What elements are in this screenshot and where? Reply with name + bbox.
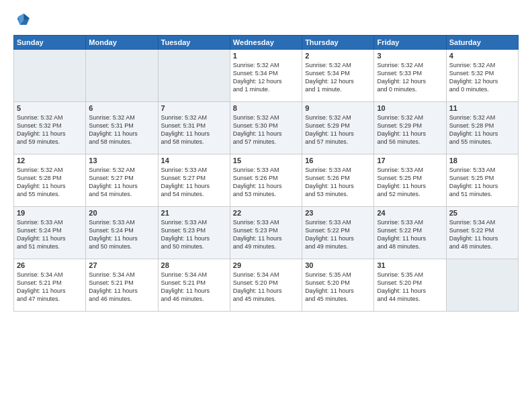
calendar-cell: 30Sunrise: 5:35 AMSunset: 5:20 PMDayligh… bbox=[302, 259, 374, 312]
calendar-cell: 24Sunrise: 5:33 AMSunset: 5:22 PMDayligh… bbox=[374, 207, 446, 259]
weekday-header-thursday: Thursday bbox=[302, 36, 374, 50]
calendar-cell bbox=[86, 50, 158, 102]
calendar-cell: 31Sunrise: 5:35 AMSunset: 5:20 PMDayligh… bbox=[374, 259, 446, 312]
calendar-cell: 16Sunrise: 5:33 AMSunset: 5:26 PMDayligh… bbox=[302, 154, 374, 207]
day-number: 14 bbox=[161, 156, 227, 165]
day-number: 20 bbox=[89, 209, 154, 217]
calendar-cell: 28Sunrise: 5:34 AMSunset: 5:21 PMDayligh… bbox=[158, 259, 230, 312]
logo-icon bbox=[13, 11, 32, 30]
day-number: 7 bbox=[161, 104, 227, 112]
cell-content: Sunrise: 5:32 AMSunset: 5:33 PMDaylight:… bbox=[377, 61, 443, 94]
cell-content: Sunrise: 5:34 AMSunset: 5:21 PMDaylight:… bbox=[161, 271, 227, 304]
calendar-cell: 5Sunrise: 5:32 AMSunset: 5:32 PMDaylight… bbox=[14, 102, 86, 154]
calendar-cell: 10Sunrise: 5:32 AMSunset: 5:29 PMDayligh… bbox=[374, 102, 446, 154]
weekday-header-sunday: Sunday bbox=[14, 36, 86, 50]
week-row-2: 5Sunrise: 5:32 AMSunset: 5:32 PMDaylight… bbox=[14, 102, 519, 154]
calendar-cell: 13Sunrise: 5:32 AMSunset: 5:27 PMDayligh… bbox=[86, 154, 158, 207]
weekday-header-tuesday: Tuesday bbox=[158, 36, 230, 50]
day-number: 28 bbox=[161, 261, 227, 269]
cell-content: Sunrise: 5:32 AMSunset: 5:30 PMDaylight:… bbox=[233, 113, 299, 146]
day-number: 21 bbox=[161, 209, 227, 217]
calendar-cell: 7Sunrise: 5:32 AMSunset: 5:31 PMDaylight… bbox=[158, 102, 230, 154]
cell-content: Sunrise: 5:32 AMSunset: 5:27 PMDaylight:… bbox=[89, 166, 154, 199]
cell-content: Sunrise: 5:33 AMSunset: 5:22 PMDaylight:… bbox=[377, 218, 443, 251]
cell-content: Sunrise: 5:35 AMSunset: 5:20 PMDaylight:… bbox=[377, 271, 443, 304]
day-number: 12 bbox=[17, 156, 83, 165]
calendar-cell: 6Sunrise: 5:32 AMSunset: 5:31 PMDaylight… bbox=[86, 102, 158, 154]
cell-content: Sunrise: 5:32 AMSunset: 5:32 PMDaylight:… bbox=[449, 61, 515, 94]
calendar-cell: 1Sunrise: 5:32 AMSunset: 5:34 PMDaylight… bbox=[230, 50, 302, 102]
calendar-cell: 26Sunrise: 5:34 AMSunset: 5:21 PMDayligh… bbox=[14, 259, 86, 312]
cell-content: Sunrise: 5:32 AMSunset: 5:29 PMDaylight:… bbox=[305, 113, 371, 146]
calendar-cell: 12Sunrise: 5:32 AMSunset: 5:28 PMDayligh… bbox=[14, 154, 86, 207]
day-number: 9 bbox=[305, 104, 371, 112]
day-number: 3 bbox=[377, 52, 443, 60]
calendar-cell: 25Sunrise: 5:34 AMSunset: 5:22 PMDayligh… bbox=[446, 207, 518, 259]
calendar-cell: 17Sunrise: 5:33 AMSunset: 5:25 PMDayligh… bbox=[374, 154, 446, 207]
day-number: 26 bbox=[17, 261, 83, 269]
day-number: 25 bbox=[449, 209, 515, 217]
day-number: 6 bbox=[89, 104, 154, 112]
day-number: 24 bbox=[377, 209, 443, 217]
week-row-1: 1Sunrise: 5:32 AMSunset: 5:34 PMDaylight… bbox=[14, 50, 519, 102]
day-number: 15 bbox=[233, 156, 299, 165]
cell-content: Sunrise: 5:33 AMSunset: 5:24 PMDaylight:… bbox=[89, 218, 154, 251]
day-number: 8 bbox=[233, 104, 299, 112]
cell-content: Sunrise: 5:33 AMSunset: 5:24 PMDaylight:… bbox=[17, 218, 83, 251]
cell-content: Sunrise: 5:34 AMSunset: 5:22 PMDaylight:… bbox=[449, 218, 515, 251]
cell-content: Sunrise: 5:32 AMSunset: 5:31 PMDaylight:… bbox=[161, 113, 227, 146]
day-number: 1 bbox=[233, 52, 299, 60]
cell-content: Sunrise: 5:33 AMSunset: 5:26 PMDaylight:… bbox=[305, 166, 371, 199]
week-row-5: 26Sunrise: 5:34 AMSunset: 5:21 PMDayligh… bbox=[14, 259, 519, 312]
calendar-table: SundayMondayTuesdayWednesdayThursdayFrid… bbox=[13, 35, 519, 312]
calendar-cell: 9Sunrise: 5:32 AMSunset: 5:29 PMDaylight… bbox=[302, 102, 374, 154]
cell-content: Sunrise: 5:33 AMSunset: 5:25 PMDaylight:… bbox=[377, 166, 443, 199]
weekday-header-saturday: Saturday bbox=[446, 36, 518, 50]
week-row-3: 12Sunrise: 5:32 AMSunset: 5:28 PMDayligh… bbox=[14, 154, 519, 207]
calendar-cell: 8Sunrise: 5:32 AMSunset: 5:30 PMDaylight… bbox=[230, 102, 302, 154]
cell-content: Sunrise: 5:32 AMSunset: 5:32 PMDaylight:… bbox=[17, 113, 83, 146]
cell-content: Sunrise: 5:32 AMSunset: 5:28 PMDaylight:… bbox=[449, 113, 515, 146]
cell-content: Sunrise: 5:33 AMSunset: 5:26 PMDaylight:… bbox=[233, 166, 299, 199]
calendar-cell: 2Sunrise: 5:32 AMSunset: 5:34 PMDaylight… bbox=[302, 50, 374, 102]
day-number: 4 bbox=[449, 52, 515, 60]
calendar-cell: 20Sunrise: 5:33 AMSunset: 5:24 PMDayligh… bbox=[86, 207, 158, 259]
cell-content: Sunrise: 5:34 AMSunset: 5:21 PMDaylight:… bbox=[17, 271, 83, 304]
weekday-header-wednesday: Wednesday bbox=[230, 36, 302, 50]
calendar-cell: 3Sunrise: 5:32 AMSunset: 5:33 PMDaylight… bbox=[374, 50, 446, 102]
calendar-cell bbox=[14, 50, 86, 102]
calendar-cell: 11Sunrise: 5:32 AMSunset: 5:28 PMDayligh… bbox=[446, 102, 518, 154]
calendar-cell: 22Sunrise: 5:33 AMSunset: 5:23 PMDayligh… bbox=[230, 207, 302, 259]
cell-content: Sunrise: 5:34 AMSunset: 5:20 PMDaylight:… bbox=[233, 271, 299, 304]
calendar-cell: 14Sunrise: 5:33 AMSunset: 5:27 PMDayligh… bbox=[158, 154, 230, 207]
cell-content: Sunrise: 5:32 AMSunset: 5:31 PMDaylight:… bbox=[89, 113, 154, 146]
header bbox=[13, 11, 519, 30]
day-number: 11 bbox=[449, 104, 515, 112]
day-number: 29 bbox=[233, 261, 299, 269]
calendar-cell bbox=[446, 259, 518, 312]
day-number: 2 bbox=[305, 52, 371, 60]
cell-content: Sunrise: 5:33 AMSunset: 5:23 PMDaylight:… bbox=[233, 218, 299, 251]
day-number: 5 bbox=[17, 104, 83, 112]
cell-content: Sunrise: 5:33 AMSunset: 5:25 PMDaylight:… bbox=[449, 166, 515, 199]
cell-content: Sunrise: 5:33 AMSunset: 5:22 PMDaylight:… bbox=[305, 218, 371, 251]
cell-content: Sunrise: 5:35 AMSunset: 5:20 PMDaylight:… bbox=[305, 271, 371, 304]
cell-content: Sunrise: 5:33 AMSunset: 5:27 PMDaylight:… bbox=[161, 166, 227, 199]
cell-content: Sunrise: 5:34 AMSunset: 5:21 PMDaylight:… bbox=[89, 271, 154, 304]
week-row-4: 19Sunrise: 5:33 AMSunset: 5:24 PMDayligh… bbox=[14, 207, 519, 259]
logo bbox=[13, 11, 35, 30]
day-number: 18 bbox=[449, 156, 515, 165]
calendar-cell: 15Sunrise: 5:33 AMSunset: 5:26 PMDayligh… bbox=[230, 154, 302, 207]
cell-content: Sunrise: 5:32 AMSunset: 5:34 PMDaylight:… bbox=[233, 61, 299, 94]
day-number: 30 bbox=[305, 261, 371, 269]
cell-content: Sunrise: 5:33 AMSunset: 5:23 PMDaylight:… bbox=[161, 218, 227, 251]
cell-content: Sunrise: 5:32 AMSunset: 5:28 PMDaylight:… bbox=[17, 166, 83, 199]
page: SundayMondayTuesdayWednesdayThursdayFrid… bbox=[0, 0, 532, 411]
calendar-cell: 18Sunrise: 5:33 AMSunset: 5:25 PMDayligh… bbox=[446, 154, 518, 207]
day-number: 13 bbox=[89, 156, 154, 165]
day-number: 31 bbox=[377, 261, 443, 269]
day-number: 22 bbox=[233, 209, 299, 217]
calendar-cell: 23Sunrise: 5:33 AMSunset: 5:22 PMDayligh… bbox=[302, 207, 374, 259]
calendar-cell: 29Sunrise: 5:34 AMSunset: 5:20 PMDayligh… bbox=[230, 259, 302, 312]
day-number: 23 bbox=[305, 209, 371, 217]
